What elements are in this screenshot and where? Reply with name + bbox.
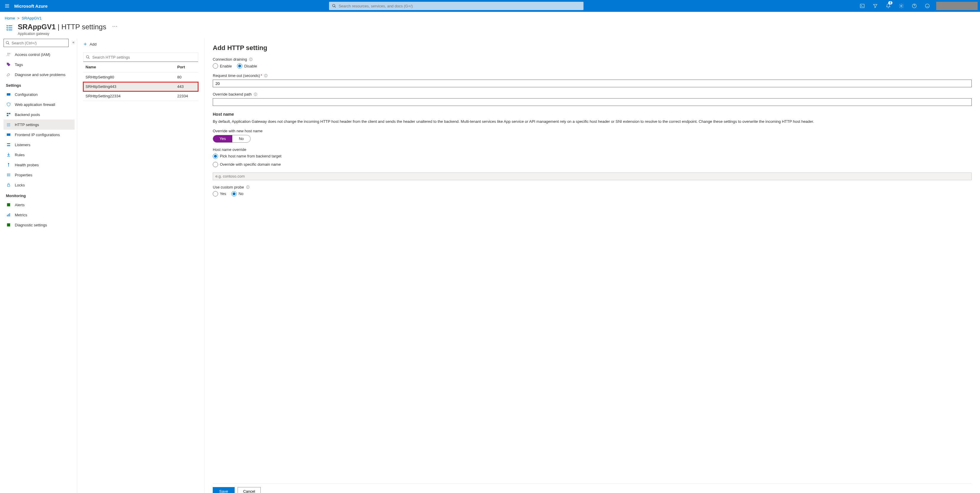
svg-point-51 [248,186,248,186]
hamburger-menu[interactable] [0,0,14,12]
more-actions-button[interactable]: ⋯ [112,23,118,29]
pick-backend-radio[interactable]: Pick host name from backend target [213,154,972,159]
page-title: SRAppGV1 | HTTP settings [18,23,106,31]
sidebar-item-properties[interactable]: Properties [3,170,75,180]
breadcrumb-resource[interactable]: SRAppGV1 [22,16,42,21]
svg-rect-31 [7,203,10,207]
toggle-yes[interactable]: Yes [213,135,232,142]
filter-box[interactable] [83,52,198,62]
svg-rect-30 [7,184,10,186]
svg-rect-16 [7,115,8,116]
cloud-shell-icon[interactable] [856,0,869,12]
config-icon [6,92,11,97]
row-name: SRHttpSetting80 [86,75,177,79]
table-row[interactable]: SRHttpSetting22334 22334 [83,91,198,101]
sidebar-item-rules[interactable]: Rules [3,150,75,160]
search-icon [332,4,336,8]
domain-name-input [213,173,972,180]
cancel-button[interactable]: Cancel [238,487,261,493]
request-timeout-input[interactable] [213,80,972,87]
sidebar-item-label: Listeners [15,143,30,147]
sidebar-item-waf[interactable]: Web application firewall [3,99,75,110]
http-settings-icon [5,23,14,32]
sidebar-item-diagnose[interactable]: Diagnose and solve problems [3,70,75,80]
table-header: Name Port [83,62,198,73]
sidebar-item-http-settings[interactable]: HTTP settings [3,119,75,130]
disable-radio[interactable]: Disable [237,63,257,68]
info-icon[interactable] [249,57,253,61]
http-settings-list: Add Name Port SRHttpSetting80 80 SRHttpS… [77,39,204,493]
global-search-input[interactable] [339,4,581,8]
override-specific-radio[interactable]: Override with specific domain name [213,162,972,167]
svg-point-42 [251,59,251,59]
info-icon[interactable] [264,74,268,78]
notification-badge: 4 [888,1,892,5]
sidebar-search-input[interactable] [11,41,67,45]
sidebar-item-locks[interactable]: Locks [3,180,75,190]
ip-icon [6,132,11,137]
sidebar-item-frontend-ip[interactable]: Frontend IP configurations [3,130,75,140]
sidebar-item-diagnostic-settings[interactable]: Diagnostic settings [3,220,75,230]
row-port: 22334 [177,94,196,98]
col-port-header[interactable]: Port [177,65,196,69]
table-row[interactable]: SRHttpSetting80 80 [83,73,198,82]
info-icon[interactable] [246,185,250,189]
toggle-no[interactable]: No [232,135,250,142]
global-search[interactable] [329,2,584,10]
sidebar-item-label: Tags [15,62,23,67]
svg-point-9 [6,41,9,44]
table-row[interactable]: SRHttpSetting443 443 [83,82,198,91]
sidebar-item-listeners[interactable]: Listeners [3,140,75,150]
probe-yes-radio[interactable]: Yes [213,191,226,197]
page-title-resource: SRAppGV1 [18,23,56,31]
override-backend-path-input[interactable] [213,98,972,106]
custom-probe-radios: Yes No [213,191,972,197]
sidebar-item-label: Properties [15,173,32,177]
help-icon[interactable] [908,0,921,12]
svg-point-3 [901,5,902,7]
metrics-icon [6,212,11,218]
breadcrumb: Home > SRAppGV1 [0,12,980,23]
svg-point-12 [9,53,10,54]
sidebar-item-iam[interactable]: Access control (IAM) [3,49,75,59]
page-subtitle: Application gateway [18,32,106,36]
save-button[interactable]: Save [213,487,235,493]
sidebar-item-health-probes[interactable]: Health probes [3,160,75,170]
shield-icon [6,102,11,107]
feedback-icon[interactable] [921,0,934,12]
info-icon[interactable] [254,92,258,96]
enable-radio[interactable]: Enable [213,63,232,68]
probe-no-radio[interactable]: No [231,191,243,197]
filter-input[interactable] [92,55,196,59]
sidebar-item-tags[interactable]: Tags [3,59,75,70]
brand-label[interactable]: Microsoft Azure [14,3,59,9]
svg-rect-13 [7,93,10,95]
global-search-wrap [59,2,853,10]
col-name-header[interactable]: Name [86,65,177,69]
add-button[interactable]: Add [83,42,97,46]
page-title-blade: HTTP settings [62,23,107,31]
settings-gear-icon[interactable] [895,0,908,12]
sidebar-item-metrics[interactable]: Metrics [3,210,75,220]
sidebar-item-alerts[interactable]: Alerts [3,200,75,210]
svg-line-1 [335,6,336,8]
override-hostname-toggle: Yes No [213,135,251,143]
override-backend-path-label: Override backend path [213,92,972,97]
sidebar-item-configuration[interactable]: Configuration [3,89,75,99]
svg-point-25 [8,163,9,164]
sidebar-item-label: Diagnose and solve problems [15,73,65,77]
panel-footer: Save Cancel [213,483,972,493]
breadcrumb-home[interactable]: Home [5,16,15,21]
directory-filter-icon[interactable] [869,0,882,12]
sidebar-search[interactable] [3,39,68,47]
account-menu[interactable] [936,2,978,10]
override-new-hostname-label: Override with new host name [213,129,972,133]
collapse-sidebar-button[interactable]: « [73,40,75,45]
notifications-icon[interactable]: 4 [882,0,895,12]
svg-rect-14 [7,113,8,114]
hostname-override-radios: Pick host name from backend target Overr… [213,154,972,167]
sidebar-item-backend-pools[interactable]: Backend pools [3,110,75,119]
breadcrumb-sep: > [17,16,19,21]
svg-point-0 [332,5,335,7]
sidebar: « Access control (IAM) Tags Diagnose and… [0,39,77,493]
